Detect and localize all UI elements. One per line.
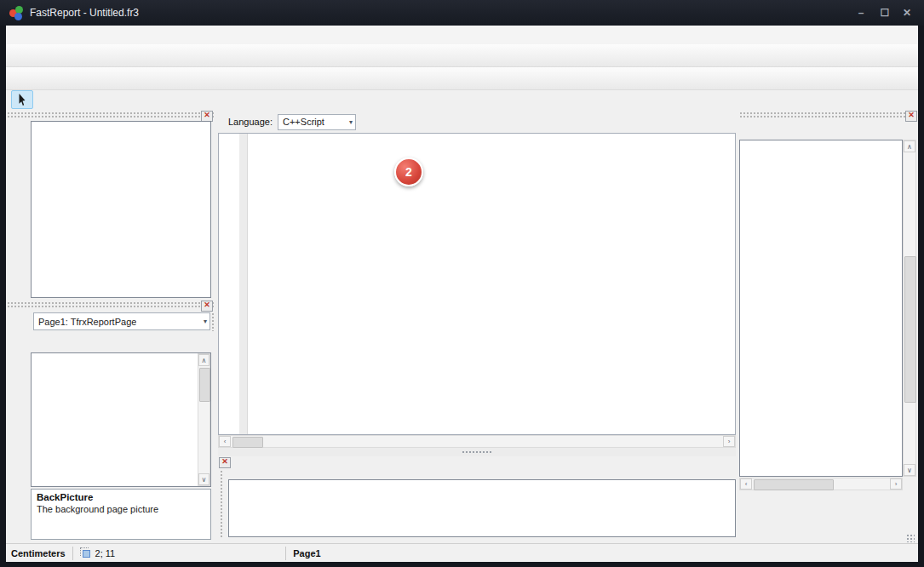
watch-vgrip[interactable] — [220, 470, 224, 538]
watch-splitter[interactable] — [218, 448, 736, 456]
scroll-down-icon[interactable]: ∨ — [904, 464, 915, 476]
report-tree-handle[interactable] — [7, 112, 214, 119]
divider — [285, 547, 286, 560]
close-button[interactable]: ✕ — [898, 8, 916, 20]
fastreport-window: FastReport - Untitled.fr3 – ☐ ✕ ✕ ✕ Page… — [0, 0, 924, 567]
scroll-right-icon[interactable]: › — [723, 436, 735, 447]
current-page-label: Page1 — [293, 548, 320, 558]
data-tree-vscrollbar[interactable]: ∧ ∨ — [903, 140, 916, 477]
app-icon — [9, 6, 24, 20]
scroll-thumb[interactable] — [232, 437, 263, 448]
inspector-handle[interactable] — [7, 301, 214, 309]
status-bar: Centimeters 2; 11 Page1 — [6, 543, 918, 562]
cursor-position: 2; 11 — [95, 548, 116, 558]
property-grid-scrollbar[interactable]: ∧ ∨ — [198, 353, 210, 486]
watch-list[interactable] — [228, 479, 736, 537]
property-hint: BackPicture The background page picture — [31, 489, 211, 540]
property-grid — [31, 352, 211, 487]
inspector-vgrip[interactable] — [211, 312, 215, 331]
scroll-thumb[interactable] — [754, 479, 834, 490]
divider — [72, 547, 73, 560]
object-selector-value: Page1: TfrxReportPage — [38, 317, 136, 327]
language-value: C++Script — [283, 117, 324, 127]
scroll-left-icon[interactable]: ‹ — [219, 436, 231, 447]
inspector-close-icon[interactable]: ✕ — [201, 301, 213, 312]
splitter-grip — [462, 450, 492, 455]
toolbar-text — [6, 67, 918, 90]
select-tool-button[interactable] — [11, 90, 33, 109]
chevron-down-icon: ▾ — [204, 318, 207, 325]
property-hint-text: The background page picture — [37, 504, 205, 514]
scroll-up-icon[interactable]: ∧ — [904, 140, 915, 152]
scroll-up-icon[interactable]: ∧ — [198, 354, 209, 366]
position-icon — [80, 547, 91, 558]
title-bar[interactable]: FastReport - Untitled.fr3 – ☐ ✕ — [0, 0, 924, 26]
arrow-cursor-icon — [18, 94, 26, 106]
editor-gutter — [239, 134, 248, 434]
minimize-button[interactable]: – — [852, 8, 870, 20]
scroll-thumb[interactable] — [904, 256, 916, 403]
toolbar-standard — [6, 44, 918, 67]
design-tab-row — [6, 90, 918, 109]
editor-hscrollbar[interactable]: ‹ › — [218, 435, 736, 448]
data-panel-handle[interactable] — [739, 112, 916, 119]
window-title: FastReport - Untitled.fr3 — [30, 7, 139, 19]
code-editor[interactable]: 2 — [218, 133, 736, 435]
object-selector-combo[interactable]: Page1: TfrxReportPage ▾ — [33, 312, 210, 330]
data-panel-close-icon[interactable]: ✕ — [905, 111, 917, 122]
data-fields-tree — [739, 140, 903, 477]
watch-close-icon[interactable]: ✕ — [219, 457, 231, 468]
scroll-thumb[interactable] — [199, 368, 210, 402]
maximize-button[interactable]: ☐ — [875, 8, 894, 20]
scroll-right-icon[interactable]: › — [890, 478, 902, 490]
language-combo[interactable]: C++Script ▾ — [278, 114, 356, 130]
units-label: Centimeters — [11, 548, 66, 558]
data-tree-hscrollbar[interactable]: ‹ › — [739, 478, 903, 490]
resize-grip[interactable] — [906, 534, 915, 542]
report-tree — [31, 121, 211, 298]
script-toolbar: Language: C++Script ▾ — [218, 111, 736, 133]
chevron-down-icon: ▾ — [349, 118, 353, 126]
language-label: Language: — [228, 117, 273, 127]
menu-bar — [6, 26, 918, 44]
scroll-down-icon[interactable]: ∨ — [198, 473, 209, 485]
scroll-left-icon[interactable]: ‹ — [740, 478, 752, 490]
property-hint-title: BackPicture — [37, 492, 205, 502]
annotation-badge: 2 — [394, 158, 423, 186]
